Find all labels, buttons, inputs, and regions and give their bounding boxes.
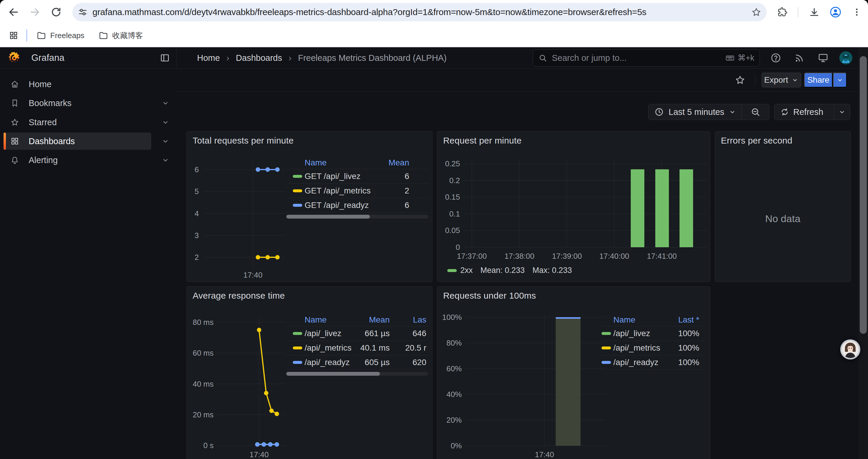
bookmark-folder-freeleaps[interactable]: Freeleaps <box>32 28 89 43</box>
legend-row[interactable]: GET /api/_readyz6 <box>286 198 428 213</box>
legend-table: NameLast */api/_livez100%/api/_metrics10… <box>600 314 705 370</box>
bookmark-label: Freeleaps <box>50 31 85 40</box>
series-name: /api/_readyz <box>305 358 359 367</box>
column-header-name: Name <box>305 315 359 325</box>
x-tick-label: 17:37:00 <box>457 252 487 261</box>
series-color-swatch <box>601 332 611 335</box>
tune-icon[interactable] <box>78 7 88 17</box>
search-box[interactable]: ⌘+k <box>533 49 760 66</box>
search-icon <box>538 54 547 62</box>
series-point <box>256 167 260 172</box>
series-color-swatch <box>293 347 302 350</box>
series-name: /api/_metrics <box>305 343 359 353</box>
sidebar-item-bookmarks[interactable]: Bookmarks <box>4 95 151 112</box>
share-button[interactable]: Share <box>804 73 833 88</box>
legend-row[interactable]: /api/_livez100% <box>600 326 705 341</box>
apps-grid-button[interactable] <box>5 27 22 44</box>
chevron-down-icon <box>792 76 799 84</box>
chevron-down-icon <box>836 76 843 84</box>
sidebar-item-alerting[interactable]: Alerting <box>4 152 151 169</box>
chevron-down-icon[interactable] <box>161 99 169 107</box>
floating-assistant-avatar[interactable] <box>840 339 861 360</box>
user-avatar[interactable] <box>839 51 852 65</box>
legend-table-header[interactable]: NameMean <box>286 157 428 169</box>
home-icon <box>10 80 19 89</box>
breadcrumb-home[interactable]: Home <box>197 53 220 63</box>
profile-button[interactable] <box>827 4 844 21</box>
series-point <box>275 412 279 416</box>
star-dashboard-button[interactable] <box>735 75 745 85</box>
search-input[interactable] <box>551 53 725 63</box>
bookmark-folder-blogs[interactable]: 收藏博客 <box>94 28 148 43</box>
legend-series-label: 2xx <box>460 266 473 275</box>
url-bar[interactable]: grafana.mathmast.com/d/deytv4rwavabkb/fr… <box>72 3 767 21</box>
page-scrollbar[interactable] <box>859 47 868 459</box>
panel-requests-under-100ms: Requests under 100ms 100%80%60%40%20%0%1… <box>437 286 710 459</box>
legend-row[interactable]: GET /api/_livez6 <box>286 169 428 184</box>
series-color-swatch <box>601 361 611 364</box>
download-button[interactable] <box>806 4 823 21</box>
grafana-logo[interactable] <box>8 52 21 64</box>
legend-row[interactable]: /api/_metrics100% <box>600 341 705 355</box>
legend-row[interactable]: /api/_metrics40.1 ms20.5 r <box>286 341 428 355</box>
help-button[interactable] <box>770 52 782 64</box>
legend-row[interactable]: GET /api/_metrics2 <box>286 184 428 198</box>
table-scrollbar[interactable] <box>286 372 428 376</box>
series-name: GET /api/_metrics <box>305 186 382 196</box>
bookmarks-bar: Freeleaps 收藏博客 <box>0 24 868 47</box>
legend-item-2xx[interactable]: 2xx Mean: 0.233 Max: 0.233 <box>447 266 580 275</box>
share-menu-button[interactable] <box>833 73 847 88</box>
chevron-down-icon[interactable] <box>161 156 169 164</box>
news-button[interactable] <box>794 52 805 64</box>
chevron-down-icon[interactable] <box>161 118 169 126</box>
star-icon <box>10 118 19 127</box>
sidebar-item-starred[interactable]: Starred <box>4 114 151 131</box>
reload-button[interactable] <box>48 4 64 21</box>
bar-chart: 100%80%60%40%20%0%17:40 <box>437 287 710 459</box>
series-color-swatch <box>293 189 302 192</box>
column-header-name: Name <box>305 158 382 167</box>
scrollbar-thumb[interactable] <box>860 56 867 334</box>
refresh-button[interactable]: Refresh <box>793 107 834 117</box>
y-tick-label: 20% <box>446 416 462 424</box>
legend-row[interactable]: /api/_readyz605 µs620 <box>286 355 428 370</box>
chevron-down-icon[interactable] <box>161 137 169 145</box>
url-text: grafana.mathmast.com/d/deytv4rwavabkb/fr… <box>92 7 751 17</box>
bookmark-star-icon[interactable] <box>751 7 761 17</box>
refresh-icon <box>780 107 789 117</box>
series-value: 661 µs <box>359 329 390 338</box>
y-tick-label: 4 <box>195 209 199 218</box>
sidebar-item-dashboards[interactable]: Dashboards <box>4 133 151 150</box>
series-value: 6 <box>382 201 409 210</box>
chevron-down-icon[interactable] <box>728 108 736 116</box>
y-tick-label: 0 <box>456 243 460 252</box>
sidebar-item-home[interactable]: Home <box>4 76 151 93</box>
y-tick-label: 0.1 <box>450 209 460 218</box>
legend-table-header[interactable]: NameLast * <box>600 314 705 326</box>
breadcrumb-dashboards[interactable]: Dashboards <box>236 53 282 63</box>
series-name: /api/_readyz <box>613 358 664 367</box>
table-scrollbar[interactable] <box>286 215 428 219</box>
legend-table-header[interactable]: NameMeanLas <box>286 314 428 326</box>
browser-menu-button[interactable] <box>848 4 865 21</box>
zoom-out-button[interactable] <box>742 107 769 117</box>
kiosk-button[interactable] <box>817 52 829 64</box>
back-button[interactable] <box>5 4 22 21</box>
bookmarks-separator <box>26 29 27 42</box>
table-scrollbar-thumb[interactable] <box>286 215 370 219</box>
legend-row[interactable]: /api/_livez661 µs646 <box>286 326 428 341</box>
y-tick-label: 0.15 <box>445 193 460 201</box>
legend-row[interactable]: /api/_readyz100% <box>600 355 705 370</box>
series-name: /api/_livez <box>305 329 359 338</box>
forward-button[interactable] <box>27 4 43 21</box>
export-button[interactable]: Export <box>762 73 801 88</box>
extensions-button[interactable] <box>774 4 790 21</box>
no-data-label: No data <box>715 213 850 225</box>
panel-total-requests-per-minute: Total requests per minute 6543217:40 Nam… <box>186 131 433 282</box>
y-tick-label: 0.05 <box>445 226 460 235</box>
time-range-button[interactable]: Last 5 minutes <box>669 107 724 117</box>
table-scrollbar-thumb[interactable] <box>286 372 380 376</box>
refresh-menu-button[interactable] <box>834 108 850 116</box>
breadcrumb: Home › Dashboards › Freeleaps Metrics Da… <box>197 47 447 68</box>
sidebar-toggle-button[interactable] <box>160 53 170 63</box>
